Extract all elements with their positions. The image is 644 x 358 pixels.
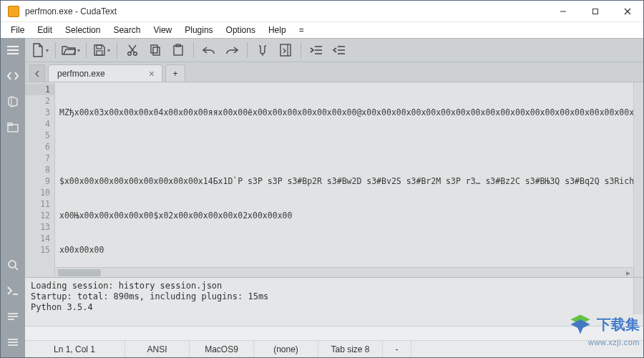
editor[interactable]: 1 2 3 4 5 6 7 8 9 10 11 12 13 14 15 [25,82,643,277]
editor-h-scrollbar[interactable]: ▸ [55,267,633,277]
code-tree-icon[interactable] [3,67,23,85]
title-bar: perfmon.exe - CudaText [1,1,643,22]
tabs-icon[interactable] [3,118,23,137]
menu-help[interactable]: Help [263,24,292,37]
menu-search[interactable]: Search [107,24,146,37]
svg-rect-1 [592,9,597,14]
menu-edit[interactable]: Edit [31,24,58,37]
app-icon [8,6,19,17]
console-v-scrollbar[interactable] [633,278,643,314]
window-title: perfmon.exe - CudaText [25,6,547,16]
open-file-button[interactable]: ▾ [60,41,82,59]
console-icon[interactable] [3,281,23,300]
output-icon[interactable] [3,307,23,326]
tab-close-icon[interactable]: × [147,69,156,79]
svg-rect-25 [151,45,157,53]
status-extra[interactable]: - [383,341,411,357]
close-button[interactable] [611,1,643,21]
minimize-button[interactable] [547,1,579,21]
menu-bar: File Edit Selection Search View Plugins … [1,22,643,38]
tab-strip: perfmon.exe × + [25,62,643,82]
menu-plugins[interactable]: Plugins [179,24,218,37]
svg-point-22 [134,52,137,56]
tab-active[interactable]: perfmon.exe × [48,64,162,82]
menu-equals[interactable]: = [293,24,310,37]
undo-button[interactable] [198,41,220,59]
redo-button[interactable] [221,41,243,59]
search-icon[interactable] [3,256,23,274]
tab-label: perfmon.exe [57,69,105,79]
status-line-endings[interactable]: MacOS9 [190,341,254,357]
side-panel [1,38,25,357]
svg-rect-26 [153,47,160,55]
indent-button[interactable] [306,41,327,59]
menu-options[interactable]: Options [220,24,261,37]
svg-rect-20 [97,51,102,55]
tab-new-button[interactable]: + [165,64,185,82]
menu-selection[interactable]: Selection [59,24,106,37]
console-line: Startup: total: 890ms, including plugins… [31,291,638,302]
console-line: Python 3.5.4 [31,302,638,313]
status-bar: Ln 1, Col 1 ANSI MacOS9 (none) Tab size … [25,340,643,357]
svg-point-10 [9,261,16,268]
status-encoding[interactable]: ANSI [125,341,190,357]
status-lexer[interactable]: (none) [254,341,318,357]
unindent-button[interactable] [328,41,350,59]
paste-button[interactable] [167,41,189,59]
line-gutter: 1 2 3 4 5 6 7 8 9 10 11 12 13 14 15 [25,82,55,277]
code-area[interactable]: MZђx00x03x00x00x00x04x00x00x00яяx00x00ёx… [55,82,633,277]
toolbar: ▾ ▾ ▾ [25,38,643,62]
console-line: Loading session: history session.json [31,281,638,291]
status-position[interactable]: Ln 1, Col 1 [25,341,125,357]
new-file-button[interactable]: ▾ [29,41,51,59]
project-icon[interactable] [3,92,23,111]
svg-rect-29 [280,44,291,56]
svg-rect-19 [97,45,102,49]
cut-button[interactable] [122,41,143,59]
maximize-button[interactable] [579,1,611,21]
menu-file[interactable]: File [5,24,30,37]
tab-scroll-left[interactable] [29,64,45,82]
console-input[interactable] [25,326,643,340]
svg-line-11 [15,267,18,270]
hamburger-icon[interactable] [3,41,23,59]
svg-rect-27 [174,46,182,55]
status-tabsize[interactable]: Tab size 8 [318,341,383,357]
save-button[interactable]: ▾ [91,41,112,59]
menu-view[interactable]: View [147,24,177,37]
editor-v-scrollbar[interactable] [633,82,643,277]
svg-point-21 [128,52,132,56]
console-panel: Loading session: history session.json St… [25,277,643,326]
validate-icon[interactable] [3,333,23,352]
unprinted-button[interactable] [252,41,273,59]
copy-button[interactable] [145,41,166,59]
minimap-button[interactable] [275,41,296,59]
